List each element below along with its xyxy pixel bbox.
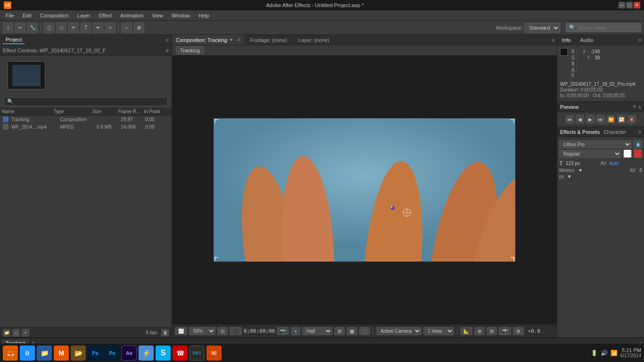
- unknown-icon-2[interactable]: ✉: [206, 346, 222, 361]
- camera-select[interactable]: Active Camera: [376, 327, 421, 335]
- font-style-select[interactable]: Regular: [559, 150, 621, 158]
- metrics-value[interactable]: ▼: [578, 168, 583, 173]
- tool-btn-1[interactable]: ⊹: [3, 23, 13, 33]
- eyedropper-button[interactable]: 💧: [634, 140, 642, 148]
- effect-controls-menu[interactable]: ≡: [166, 48, 169, 53]
- character-tab[interactable]: Character: [603, 129, 626, 135]
- tool-btn-6[interactable]: ✏: [68, 23, 79, 33]
- menu-animation[interactable]: Animation: [116, 12, 147, 19]
- color-box-2[interactable]: [634, 149, 642, 158]
- menu-layer[interactable]: Layer: [74, 12, 94, 19]
- comp-tab-settings[interactable]: ▼: [229, 37, 234, 42]
- tool-btn-9[interactable]: ⌗: [105, 23, 116, 33]
- view-select[interactable]: 1 View2 Views: [423, 327, 454, 335]
- tool-btn-7[interactable]: T: [81, 23, 91, 33]
- tool-btn-11[interactable]: ⊞: [134, 23, 144, 33]
- panel-menu-icon[interactable]: ≡: [552, 37, 555, 43]
- search-help-box[interactable]: 🔍: [566, 23, 641, 32]
- font-name-select[interactable]: Lithos Pro: [559, 140, 632, 148]
- viewer-info-btn[interactable]: ⬜: [175, 327, 187, 335]
- prev-last-button[interactable]: ⏩: [607, 115, 615, 123]
- menu-window[interactable]: Window: [168, 12, 194, 19]
- matlab-icon[interactable]: M: [54, 346, 69, 361]
- preview-close[interactable]: ✕: [632, 104, 636, 110]
- align-value[interactable]: Auto: [609, 161, 642, 166]
- new-item-button[interactable]: +: [22, 329, 29, 337]
- preview-tab[interactable]: Preview: [560, 104, 632, 110]
- menu-effect[interactable]: Effect: [95, 12, 116, 19]
- tool-btn-8[interactable]: ✒: [93, 23, 103, 33]
- prev-back-button[interactable]: ◀: [576, 115, 584, 123]
- panel-menu-icon[interactable]: ≡: [166, 37, 169, 43]
- bpc-label[interactable]: 8 bpc: [146, 330, 157, 335]
- quality-select[interactable]: HalfFullQuarter: [302, 327, 332, 335]
- overlay-btn[interactable]: ⚙: [513, 327, 524, 335]
- guide-btn[interactable]: ⊕: [474, 327, 485, 335]
- unknown-icon-1[interactable]: ☎: [173, 346, 188, 361]
- fit-button[interactable]: ⊡: [217, 327, 228, 335]
- photoshop-icon-1[interactable]: Ps: [88, 346, 103, 361]
- comp-tab-tracking[interactable]: Composition: Tracking ▼ ✕: [172, 35, 245, 45]
- menu-view[interactable]: View: [148, 12, 167, 19]
- new-folder-button[interactable]: 📁: [3, 329, 10, 337]
- prev-loop-button[interactable]: 🔁: [617, 115, 626, 123]
- aspect-button[interactable]: ⬛: [230, 327, 242, 335]
- camera-btn[interactable]: 📷: [277, 327, 289, 335]
- after-effects-icon[interactable]: Ae: [122, 346, 137, 361]
- tool-btn-10[interactable]: ↔: [122, 23, 132, 33]
- tool-btn-4[interactable]: ◻: [44, 23, 54, 33]
- color-btn[interactable]: ●: [291, 327, 300, 335]
- transparency-btn[interactable]: ⬚: [359, 327, 370, 335]
- grid-btn[interactable]: ⊞: [487, 327, 497, 335]
- maximize-button[interactable]: □: [626, 2, 633, 8]
- project-tab[interactable]: Project: [3, 36, 25, 44]
- prev-first-button[interactable]: ⏮: [565, 115, 574, 123]
- info-panel-menu[interactable]: ≡: [638, 37, 644, 43]
- workspace-select[interactable]: Standard: [525, 23, 560, 33]
- font-size-value[interactable]: 123 px: [566, 161, 599, 166]
- tool-btn-3[interactable]: 🔧: [27, 23, 38, 33]
- menu-edit[interactable]: Edit: [19, 12, 35, 19]
- search-help-input[interactable]: [578, 25, 634, 31]
- menu-file[interactable]: File: [2, 12, 18, 19]
- ie-icon[interactable]: e: [20, 346, 35, 361]
- ruler-btn[interactable]: 📐: [460, 327, 472, 335]
- dev-icon[interactable]: DEV: [190, 346, 205, 361]
- color-box-1[interactable]: [623, 149, 632, 158]
- bittorrent-icon[interactable]: ⚡: [139, 346, 154, 361]
- project-row-tracking[interactable]: Tracking Composition 29.97 0:00: [0, 115, 172, 123]
- prev-forward-button[interactable]: ⏭: [596, 115, 605, 123]
- photoshop-icon-2[interactable]: Ps: [105, 346, 120, 361]
- new-comp-button[interactable]: ◻: [12, 329, 20, 337]
- tool-btn-2[interactable]: ↩: [15, 23, 25, 33]
- menu-help[interactable]: Help: [195, 12, 213, 19]
- prev-mute-button[interactable]: 🔇: [627, 115, 636, 123]
- prev-play-button[interactable]: ▶: [586, 115, 594, 123]
- effects-menu[interactable]: ≡: [638, 129, 641, 135]
- col-frame-header[interactable]: Frame R...: [118, 109, 144, 114]
- roi-btn[interactable]: ▦: [347, 327, 357, 335]
- skype-icon[interactable]: S: [156, 346, 171, 361]
- px-dropdown[interactable]: ▼: [567, 174, 572, 179]
- zoom-select[interactable]: 50%100%25%: [189, 327, 215, 335]
- col-name-header[interactable]: Name: [2, 109, 54, 114]
- info-tab[interactable]: Info: [557, 36, 575, 44]
- resolution-btn[interactable]: ⊞: [334, 327, 345, 335]
- minimize-button[interactable]: —: [619, 2, 625, 8]
- menu-composition[interactable]: Composition: [36, 12, 73, 19]
- project-row-video[interactable]: WP_2014....mp4 MPEG 5.8 MB 24.008 0:00: [0, 123, 172, 131]
- comp-tab-close[interactable]: ✕: [237, 37, 240, 42]
- effects-tab[interactable]: Effects & Presets: [560, 129, 600, 135]
- tracking-value[interactable]: 0: [639, 168, 642, 173]
- tool-btn-5[interactable]: ⬡: [56, 23, 66, 33]
- col-type-header[interactable]: Type: [54, 109, 92, 114]
- trash-button[interactable]: 🗑: [161, 329, 169, 337]
- col-inpoint-header[interactable]: In Point: [144, 109, 170, 114]
- audio-tab[interactable]: Audio: [575, 36, 598, 44]
- project-search-input[interactable]: [16, 99, 165, 105]
- preview-menu[interactable]: ≡: [638, 104, 641, 110]
- close-button[interactable]: ✕: [634, 2, 640, 8]
- snapshot-btn[interactable]: 📸: [499, 327, 511, 335]
- firefox-icon[interactable]: 🦊: [3, 346, 18, 361]
- windows-explorer-icon[interactable]: 📁: [37, 346, 52, 361]
